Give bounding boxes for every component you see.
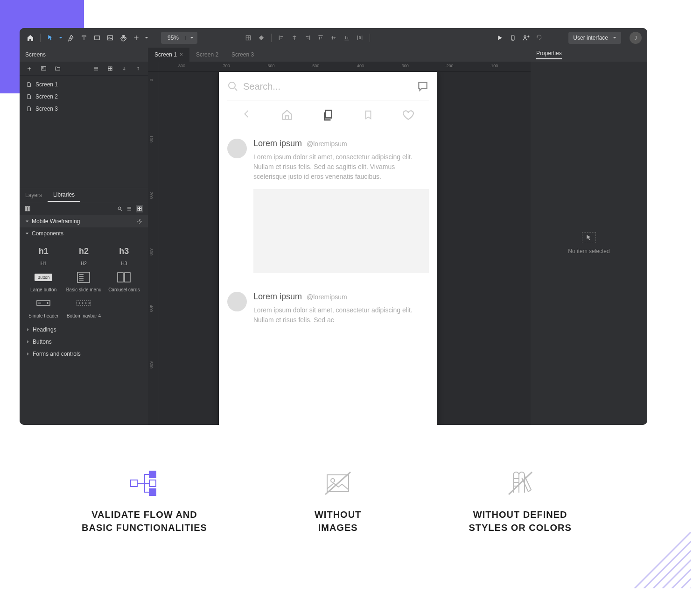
lib-collapsed-row[interactable]: Forms and controls xyxy=(20,348,148,360)
image-tool-icon[interactable] xyxy=(105,33,115,43)
lib-item-h1[interactable]: h1H1 xyxy=(25,244,62,267)
search-icon[interactable] xyxy=(117,206,123,212)
lib-item-h2[interactable]: h2H2 xyxy=(65,244,102,267)
align-right-icon[interactable] xyxy=(302,33,313,43)
properties-tab[interactable]: Properties xyxy=(531,48,647,62)
distribute-h-icon[interactable] xyxy=(355,33,365,43)
lib-item-large-button[interactable]: ButtonLarge button xyxy=(25,270,62,293)
lib-item-carousel[interactable]: Carousel cards xyxy=(106,270,142,293)
svg-point-5 xyxy=(524,35,526,37)
main-area: Screens Screen 1 Screen 2 xyxy=(20,48,647,425)
svg-rect-8 xyxy=(108,67,110,69)
chat-icon xyxy=(417,80,429,92)
svg-point-29 xyxy=(89,303,90,304)
canvas-area: Screen 1 × Screen 2 Screen 3 -800 -700 -… xyxy=(148,48,531,425)
svg-point-37 xyxy=(331,479,335,482)
user-avatar[interactable]: J xyxy=(630,32,642,44)
chevron-down-icon[interactable] xyxy=(58,33,63,43)
heart-icon xyxy=(402,109,414,121)
align-bottom-icon[interactable] xyxy=(342,33,352,43)
chevron-right-icon xyxy=(26,328,30,332)
no-image-icon xyxy=(322,467,354,500)
align-center-h-icon[interactable] xyxy=(289,33,300,43)
screen-item[interactable]: Screen 1 xyxy=(20,78,148,91)
chevron-down-icon xyxy=(25,219,29,223)
svg-rect-12 xyxy=(25,206,26,211)
hand-tool-icon[interactable] xyxy=(118,33,128,43)
canvas-body: 0 100 200 300 400 500 Search... xyxy=(148,72,531,425)
home-icon[interactable] xyxy=(25,33,35,43)
close-icon[interactable]: × xyxy=(180,51,183,58)
decorative-lines xyxy=(616,532,691,588)
canvas-tab[interactable]: Screen 3 xyxy=(225,48,260,62)
library-icon[interactable] xyxy=(24,205,31,212)
chevron-down-icon xyxy=(25,232,29,235)
snap-icon[interactable] xyxy=(243,33,253,43)
undo-icon[interactable] xyxy=(534,33,544,43)
search-placeholder: Search... xyxy=(243,81,412,92)
list-icon[interactable] xyxy=(126,206,132,212)
svg-rect-14 xyxy=(28,206,29,211)
back-icon xyxy=(242,109,252,119)
canvas-viewport[interactable]: Search... xyxy=(158,72,531,425)
svg-rect-16 xyxy=(138,207,140,209)
arrow-up-icon[interactable] xyxy=(133,64,143,74)
screen-item[interactable]: Screen 3 xyxy=(20,103,148,115)
left-bottom-panel: Layers Libraries Mobile Wireframing xyxy=(20,188,148,360)
svg-point-26 xyxy=(79,303,80,304)
svg-point-28 xyxy=(85,303,86,304)
text-tool-icon[interactable] xyxy=(79,33,89,43)
list-view-icon[interactable] xyxy=(91,64,101,74)
device-icon[interactable] xyxy=(508,33,518,43)
chevron-down-icon[interactable] xyxy=(144,33,149,43)
rectangle-tool-icon[interactable] xyxy=(92,33,102,43)
canvas-tab[interactable]: Screen 2 xyxy=(189,48,225,62)
pointer-tool-icon[interactable] xyxy=(45,33,56,43)
pen-tool-icon[interactable] xyxy=(66,33,76,43)
share-icon[interactable] xyxy=(521,33,531,43)
folder-icon[interactable] xyxy=(52,64,63,74)
left-panel: Screens Screen 1 Screen 2 xyxy=(20,48,148,425)
properties-empty-state: No item selected xyxy=(531,62,647,425)
image-icon[interactable] xyxy=(38,64,49,74)
lib-collapsed-row[interactable]: Buttons xyxy=(20,336,148,348)
screen-item[interactable]: Screen 2 xyxy=(20,91,148,103)
wireframe-search-bar: Search... xyxy=(227,80,429,100)
home-icon xyxy=(281,109,293,121)
flow-icon xyxy=(128,467,161,500)
grid-icon[interactable] xyxy=(136,205,143,212)
plus-icon[interactable] xyxy=(24,64,35,74)
libraries-tab[interactable]: Libraries xyxy=(48,188,80,202)
align-top-icon[interactable] xyxy=(315,33,326,43)
mode-dropdown[interactable]: User interface xyxy=(568,32,621,44)
lib-item-simple-header[interactable]: Simple header xyxy=(25,296,62,319)
lib-item-bottom-navbar[interactable]: Bottom navbar 4 xyxy=(65,296,102,319)
arrow-down-icon[interactable] xyxy=(119,64,129,74)
gear-icon[interactable] xyxy=(137,219,142,224)
diamond-icon[interactable] xyxy=(256,33,266,43)
avatar xyxy=(227,292,247,311)
svg-rect-32 xyxy=(149,471,156,478)
canvas-tab[interactable]: Screen 1 × xyxy=(148,48,189,62)
align-center-v-icon[interactable] xyxy=(329,33,339,43)
horizontal-ruler: -800 -700 -600 -500 -400 -300 -200 -100 xyxy=(148,62,531,72)
svg-rect-10 xyxy=(108,69,110,71)
play-icon[interactable] xyxy=(495,33,505,43)
plus-tool-icon[interactable] xyxy=(131,33,141,43)
grid-view-icon[interactable] xyxy=(105,64,115,74)
layers-tab[interactable]: Layers xyxy=(20,188,48,202)
lib-item-h3[interactable]: h3H3 xyxy=(106,244,142,267)
library-header[interactable]: Mobile Wireframing xyxy=(20,215,148,227)
lib-item-slide-menu[interactable]: Basic slide menu xyxy=(65,270,102,293)
svg-point-7 xyxy=(42,67,43,68)
top-toolbar: 95% User interface J xyxy=(20,28,647,48)
zoom-control[interactable]: 95% xyxy=(161,32,197,44)
chevron-down-icon[interactable] xyxy=(185,36,197,40)
wireframe-screen[interactable]: Search... xyxy=(219,72,437,425)
screens-toolbar xyxy=(20,62,148,76)
align-left-icon[interactable] xyxy=(276,33,287,43)
page-icon xyxy=(26,106,32,112)
library-group[interactable]: Components xyxy=(20,227,148,240)
lib-collapsed-row[interactable]: Headings xyxy=(20,324,148,336)
sub-tabs: Layers Libraries xyxy=(20,188,148,202)
